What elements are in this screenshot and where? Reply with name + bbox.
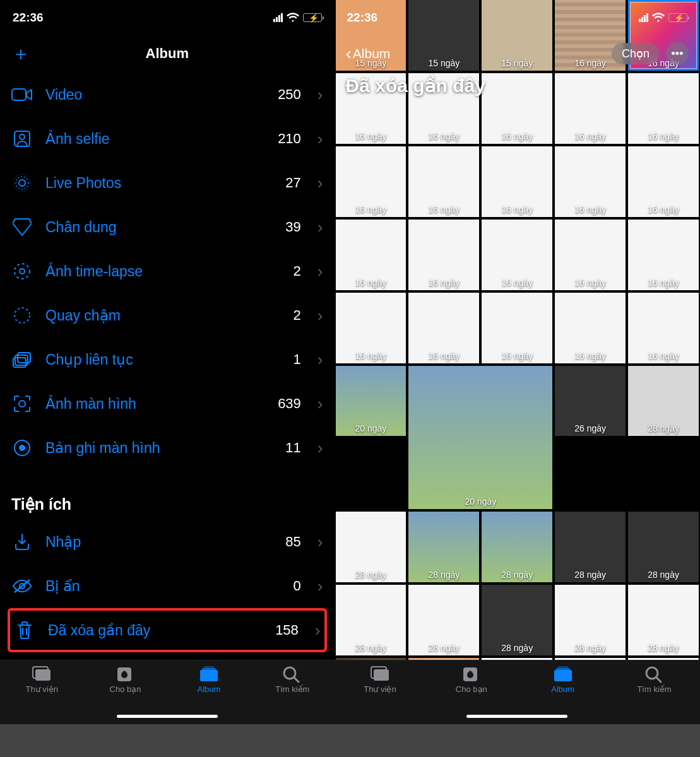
photo-thumb[interactable]: 16 ngày: [555, 146, 626, 217]
photo-thumb[interactable]: 16 ngày: [482, 293, 552, 363]
photo-thumb[interactable]: 26 ngày: [555, 366, 626, 437]
photo-thumb[interactable]: 28 ngày: [628, 512, 699, 582]
screenrec-icon: [11, 437, 33, 459]
photo-thumb[interactable]: 16 ngày: [408, 293, 479, 363]
album-row-hidden[interactable]: Bị ẩn 0 ›: [11, 564, 323, 608]
days-remaining: 16 ngày: [555, 131, 626, 141]
chevron-right-icon: ›: [317, 85, 323, 105]
photo-thumb[interactable]: 16 ngày: [628, 293, 699, 363]
status-time: 22:36: [347, 11, 378, 25]
photo-thumb[interactable]: 16 ngày: [628, 146, 699, 217]
photo-thumb[interactable]: 16 ngày: [628, 73, 699, 144]
days-remaining: 16 ngày: [408, 278, 479, 288]
album-row-timelapse[interactable]: Ảnh time-lapse 2 ›: [11, 249, 323, 293]
album-row-label: Chụp liên tục: [45, 351, 281, 368]
photo-thumb[interactable]: 16 ngày: [555, 293, 626, 363]
tab-search[interactable]: Tìm kiếm: [626, 666, 683, 724]
album-row-label: Bị ẩn: [45, 578, 281, 595]
album-row-portrait[interactable]: Chân dung 39 ›: [11, 205, 323, 249]
photo-thumb[interactable]: 16 ngày: [555, 73, 626, 144]
foryou-icon: [116, 666, 136, 682]
days-remaining: 28 ngày: [628, 423, 699, 433]
album-row-count: 85: [285, 534, 300, 550]
album-row-slomo[interactable]: Quay chậm 2 ›: [11, 293, 323, 337]
photo-thumb[interactable]: 28 ngày: [408, 585, 479, 655]
home-indicator[interactable]: [466, 715, 567, 718]
days-remaining: 16 ngày: [336, 204, 406, 214]
back-button[interactable]: ‹ Album: [346, 44, 391, 64]
photo-thumb[interactable]: 16 ngày: [482, 73, 552, 144]
chevron-right-icon: ›: [317, 173, 323, 193]
album-row-burst[interactable]: Chụp liên tục 1 ›: [11, 337, 323, 382]
photo-thumb[interactable]: 16 ngày: [628, 220, 699, 290]
select-button[interactable]: Chọn: [612, 43, 660, 64]
chevron-right-icon: ›: [317, 306, 323, 326]
burst-icon: [11, 349, 33, 370]
more-button[interactable]: •••: [666, 42, 689, 65]
photo-thumb[interactable]: 28 ngày: [482, 585, 552, 655]
chevron-right-icon: ›: [317, 532, 323, 552]
photo-thumb[interactable]: 28 ngày: [408, 512, 479, 582]
chevron-right-icon: ›: [317, 438, 323, 458]
photo-thumb[interactable]: 28 ngày: [628, 366, 699, 437]
days-remaining: 16 ngày: [555, 204, 626, 214]
photo-thumb[interactable]: 16 ngày: [555, 220, 626, 290]
photo-thumb[interactable]: 20 ngày: [408, 366, 552, 510]
album-row-video[interactable]: Video 250 ›: [11, 73, 323, 117]
days-remaining: 16 ngày: [555, 278, 626, 288]
chevron-right-icon: ›: [315, 621, 321, 640]
album-row-trash[interactable]: Đã xóa gần đây 158 ›: [8, 608, 327, 652]
days-remaining: 28 ngày: [628, 643, 699, 653]
chevron-right-icon: ›: [317, 577, 323, 596]
photo-thumb[interactable]: 16 ngày: [336, 293, 406, 363]
search-icon: [644, 666, 665, 682]
tab-search[interactable]: Tìm kiếm: [264, 666, 321, 724]
tab-library[interactable]: Thư viện: [13, 666, 70, 724]
album-row-label: Video: [45, 86, 265, 103]
svg-rect-0: [12, 89, 26, 100]
album-row-screenshot[interactable]: Ảnh màn hình 639 ›: [11, 382, 323, 426]
photo-thumb[interactable]: 28 ngày: [336, 585, 406, 655]
days-remaining: 16 ngày: [628, 351, 699, 361]
photo-thumb[interactable]: 28 ngày: [336, 512, 406, 582]
album-row-selfie[interactable]: Ảnh selfie 210 ›: [11, 117, 323, 161]
tab-label: Thư viện: [25, 684, 57, 694]
photo-thumb[interactable]: 16 ngày: [408, 146, 479, 217]
photo-grid-scroll[interactable]: 15 ngày 15 ngày 15 ngày 16 ngày 16 ngày …: [335, 0, 700, 660]
album-row-count: 250: [278, 86, 301, 103]
days-remaining: 28 ngày: [482, 643, 552, 653]
photo-thumb[interactable]: 28 ngày: [482, 512, 552, 582]
tab-library[interactable]: Thư viện: [352, 666, 408, 724]
album-row-label: Ảnh màn hình: [45, 396, 265, 413]
photo-thumb[interactable]: 28 ngày: [628, 585, 699, 655]
photo-thumb[interactable]: 28 ngày: [555, 585, 626, 655]
photo-thumb[interactable]: 16 ngày: [336, 146, 406, 217]
days-remaining: 16 ngày: [628, 278, 699, 288]
photo-thumb[interactable]: 16 ngày: [336, 220, 406, 290]
photo-thumb[interactable]: 20 ngày: [336, 366, 406, 437]
svg-rect-29: [556, 668, 570, 670]
wifi-icon: [652, 13, 665, 22]
trash-icon: [14, 619, 35, 641]
days-remaining: 28 ngày: [408, 643, 479, 653]
albums-screen: 22:36 ⚡ ＋ Album Video 250 › Ảnh selfie 2…: [0, 0, 335, 724]
days-remaining: 28 ngày: [482, 570, 552, 580]
album-row-livephotos[interactable]: Live Photos 27 ›: [11, 161, 323, 205]
portrait-icon: [11, 216, 33, 238]
photo-thumb[interactable]: 16 ngày: [408, 220, 479, 290]
photo-thumb[interactable]: 28 ngày: [555, 512, 626, 582]
photo-thumb[interactable]: 16 ngày: [482, 146, 552, 217]
album-row-count: 2: [294, 307, 301, 324]
album-row-screenrec[interactable]: Bản ghi màn hình 11 ›: [11, 426, 323, 470]
photo-thumb[interactable]: 16 ngày: [482, 220, 552, 290]
home-indicator[interactable]: [117, 715, 218, 718]
days-remaining: 28 ngày: [628, 570, 699, 580]
svg-point-7: [15, 264, 30, 279]
chevron-right-icon: ›: [317, 218, 323, 237]
chevron-right-icon: ›: [317, 350, 323, 370]
album-row-import[interactable]: Nhập 85 ›: [11, 520, 323, 564]
nav-header: ＋ Album: [0, 35, 335, 73]
chevron-left-icon: ‹: [346, 44, 352, 64]
days-remaining: 16 ngày: [408, 204, 479, 214]
album-list[interactable]: Video 250 › Ảnh selfie 210 › Live Photos…: [0, 73, 335, 660]
